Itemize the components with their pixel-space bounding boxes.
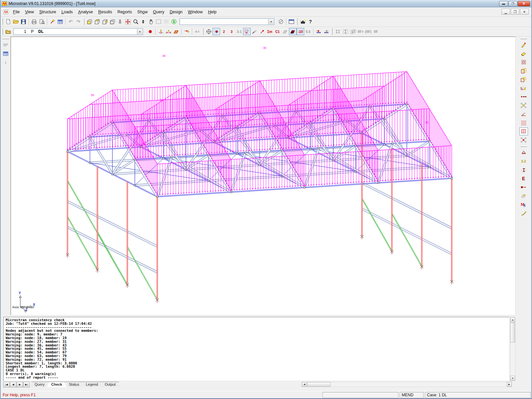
toolbar-grip[interactable]	[296, 18, 298, 25]
erase-button[interactable]	[519, 50, 528, 58]
stress-ratio-button[interactable]: f/F=	[357, 28, 364, 35]
report-lines-button[interactable]	[1, 41, 10, 49]
result-values-button[interactable]: 5.5	[304, 28, 312, 35]
section-copy-button[interactable]	[349, 28, 357, 35]
undo-button[interactable]: ↶	[67, 18, 74, 25]
mdi-document-icon[interactable]	[3, 10, 8, 14]
member-release-button[interactable]	[519, 183, 528, 191]
scroll-thumb[interactable]	[307, 382, 331, 387]
toolbar-grip[interactable]	[2, 28, 3, 35]
display-loads-gray-button[interactable]	[194, 28, 201, 35]
copy-button[interactable]	[519, 67, 528, 75]
model-viewport[interactable]: Y X Z theta: 250 phi: 10 3636362236	[11, 37, 517, 315]
rotate-angle-button[interactable]	[519, 110, 528, 118]
toolbar-grip[interactable]	[2, 18, 3, 25]
zoom-button[interactable]	[132, 18, 139, 25]
toolbar-grip[interactable]	[2, 38, 9, 39]
new-file-button[interactable]	[4, 18, 12, 25]
print-preview-button[interactable]	[38, 18, 46, 25]
scroll-down-icon[interactable]: ▼	[510, 376, 515, 381]
origin-button[interactable]	[205, 28, 212, 35]
node-load-button[interactable]	[157, 28, 165, 35]
assign-section-button[interactable]	[519, 166, 528, 174]
scroll-left-icon[interactable]: ◀	[302, 382, 307, 387]
table-input-button[interactable]	[56, 18, 64, 25]
node-button[interactable]	[146, 28, 154, 35]
mirror-button[interactable]	[519, 84, 528, 92]
menu-results[interactable]: Results	[95, 8, 115, 16]
window-deselect-button[interactable]	[162, 18, 170, 25]
case-combo-dropdown[interactable]: ▼	[137, 29, 142, 34]
print-button[interactable]	[30, 18, 38, 25]
rotate-button[interactable]	[519, 75, 528, 83]
scale-button[interactable]: S	[170, 18, 178, 25]
distributed-load-button[interactable]	[172, 28, 180, 35]
last-tab-button[interactable]: ▶|	[23, 382, 30, 387]
save-button[interactable]	[20, 18, 27, 25]
tab-check[interactable]: Check	[47, 382, 67, 387]
prev-tab-button[interactable]: ◀	[10, 382, 16, 387]
find-help-button[interactable]: ??	[299, 18, 307, 25]
view-iso-cube-button[interactable]	[109, 18, 116, 25]
load-case-button[interactable]	[4, 28, 12, 35]
menu-show[interactable]: Show	[135, 8, 150, 16]
stress-ratio-bracket-button[interactable]: (f/F)	[364, 28, 372, 35]
view-side-cube-button[interactable]	[93, 18, 101, 25]
redo-button[interactable]: ↷	[74, 18, 82, 25]
renumber-button[interactable]: 3-2	[519, 157, 528, 165]
show-releases-button[interactable]	[251, 28, 258, 35]
zoom-in-out-button[interactable]: ⇕	[139, 18, 147, 25]
clear-view-button[interactable]	[277, 18, 285, 25]
output-vertical-scrollbar[interactable]: ▲ ▼	[510, 317, 515, 381]
clean-model-button[interactable]	[519, 209, 528, 217]
member-numbers-button[interactable]: 2	[220, 28, 228, 35]
scroll-up-icon[interactable]: ▲	[510, 317, 515, 322]
view-combo-dropdown[interactable]: ▼	[268, 19, 274, 24]
member-load-button[interactable]	[165, 28, 172, 35]
menu-query[interactable]: Query	[150, 8, 167, 16]
view-front-cube-button[interactable]	[86, 18, 93, 25]
restore-button[interactable]: ❐	[508, 1, 517, 6]
previous-case-button[interactable]	[323, 28, 330, 35]
first-tab-button[interactable]: |◀	[3, 382, 10, 387]
generate-grid-button[interactable]	[519, 119, 528, 127]
toolbar-grip[interactable]	[202, 28, 203, 35]
menu-view[interactable]: View	[22, 8, 37, 16]
tab-output[interactable]: Output	[100, 382, 120, 387]
section-shape-button[interactable]	[334, 28, 341, 35]
next-tab-button[interactable]: ▶	[17, 382, 23, 387]
move-node-button[interactable]	[519, 101, 528, 109]
apply-loads-button[interactable]	[519, 127, 528, 135]
show-nodes-button[interactable]	[212, 28, 220, 35]
load-case-combo[interactable]: 1 P DL ▼	[13, 28, 143, 35]
mdi-minimize-button[interactable]: ▁	[501, 9, 510, 15]
load-values-button[interactable]: -10	[297, 28, 304, 35]
menu-file[interactable]: File	[10, 8, 22, 16]
toolbar-grip[interactable]	[520, 146, 527, 147]
next-case-button[interactable]	[315, 28, 323, 35]
node-numbers-button[interactable]: 3	[228, 28, 235, 35]
menu-loads[interactable]: Loads	[59, 8, 75, 16]
view-top-cube-button[interactable]	[101, 18, 109, 25]
tab-status[interactable]: Status	[64, 382, 84, 387]
render-wand-button[interactable]	[49, 18, 56, 25]
microstran-tools-button[interactable]: MS	[519, 200, 528, 208]
close-button[interactable]: ✕	[518, 1, 530, 6]
scroll-right-icon[interactable]: ▶	[507, 382, 512, 387]
tab-query[interactable]: Query	[30, 382, 49, 387]
pan-button[interactable]	[147, 18, 155, 25]
open-file-button[interactable]	[12, 18, 20, 25]
window-select-button[interactable]	[155, 18, 162, 25]
view-oblique-button[interactable]	[116, 18, 124, 25]
shade-members-button[interactable]	[281, 28, 289, 35]
draw-member-button[interactable]	[519, 41, 528, 49]
display-loads-button[interactable]	[183, 28, 191, 35]
both-numbers-button[interactable]: 3-1	[235, 28, 243, 35]
extrude-button[interactable]	[519, 58, 528, 66]
supports-button[interactable]	[519, 149, 528, 157]
toolbar-grip[interactable]	[520, 38, 527, 39]
node-tools-button[interactable]	[519, 136, 528, 144]
viewport-window-button[interactable]	[288, 18, 295, 25]
minimize-button[interactable]: ▬	[499, 1, 508, 6]
pick-ratio-button[interactable]: f/F	[372, 28, 380, 35]
